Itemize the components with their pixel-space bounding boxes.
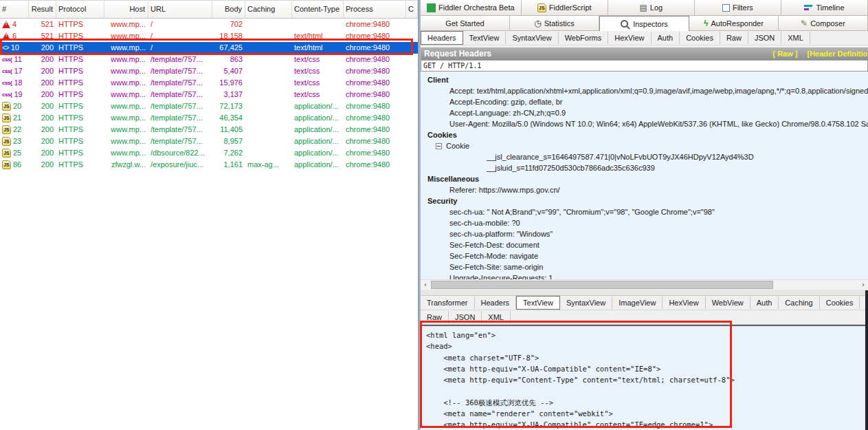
session-cell-caching [245, 124, 292, 136]
column-header-host[interactable]: Host [104, 1, 148, 18]
session-number: 18 [14, 77, 22, 89]
session-row[interactable]: 11200HTTPSwww.mp.../template/757...863te… [0, 54, 418, 65]
tab-hexview[interactable]: HexView [608, 32, 651, 44]
tab-textview[interactable]: TextView [516, 296, 560, 310]
scroll-right-arrow-icon[interactable]: › [858, 280, 868, 290]
tab-composer[interactable]: Composer [779, 16, 868, 30]
tab-auth[interactable]: Auth [750, 297, 779, 309]
session-row[interactable]: 17200HTTPSwww.mp.../template/757...5,407… [0, 65, 418, 77]
tab-syntaxview[interactable]: SyntaxView [560, 297, 612, 309]
tab-cookies[interactable]: Cookies [820, 297, 860, 309]
tab-webview[interactable]: WebView [706, 297, 750, 309]
session-row[interactable]: 10200HTTPSwww.mp.../67,425text/htmlchrom… [0, 42, 418, 54]
column-header-content-type[interactable]: Content-Type [292, 1, 344, 18]
session-row[interactable]: 25200HTTPSwww.mp.../dbsource/822...7,262… [0, 147, 418, 159]
headers-horizontal-scrollbar[interactable]: ‹ › [421, 279, 868, 290]
fiddlerscript-icon [537, 3, 546, 12]
session-row[interactable]: 4521HTTPSwww.mp.../702chrome:9480 [0, 19, 418, 30]
session-cell-process: chrome:9480 [344, 159, 406, 171]
header-text: Miscellaneous [427, 175, 479, 183]
tab-headers[interactable]: Headers [421, 31, 463, 45]
tab-hexview[interactable]: HexView [663, 297, 705, 309]
tab-label: Composer [810, 19, 845, 28]
column-header-body[interactable]: Body [212, 1, 245, 18]
tab-filters[interactable]: Filters [695, 0, 781, 15]
column-header-protocol[interactable]: Protocol [56, 1, 104, 18]
tab-timeline[interactable]: Timeline [781, 0, 868, 15]
tab-raw[interactable]: Raw [720, 32, 748, 44]
session-cell-caching [245, 30, 292, 42]
header-text: sec-ch-ua-mobile: ?0 [449, 219, 520, 227]
session-row[interactable]: 22200HTTPSwww.mp.../template/757...11,40… [0, 124, 418, 136]
tab-webforms[interactable]: WebForms [559, 32, 609, 44]
column-header-[interactable]: # [0, 1, 29, 18]
header-item-line: Accept-Language: zh-CN,zh;q=0.9 [421, 107, 868, 118]
tab-imageview[interactable]: ImageView [612, 297, 663, 309]
session-cell-caching [245, 42, 292, 54]
session-cell-process: chrome:9480 [344, 19, 406, 30]
tab-syntaxview[interactable]: SyntaxView [506, 32, 558, 44]
header-text: Referer: https://www.mps.gov.cn/ [449, 186, 560, 194]
scrollbar-thumb[interactable] [431, 281, 773, 289]
tab-auth[interactable]: Auth [652, 32, 680, 44]
header-text: __jsl_clearance_s=1646497587.471|0|vNoLF… [487, 153, 754, 161]
session-number: 19 [14, 89, 22, 100]
tab-label: JSON [755, 34, 775, 42]
session-row[interactable]: 6521HTTPSwww.mp.../18,158text/htmlchrome… [0, 30, 418, 42]
session-row[interactable]: 86200HTTPSzfwzgl.w.../exposure/jiuc...1,… [0, 159, 418, 171]
header-value-line: __jsluid_s=11fd07250d530cb7866adc35c636c… [421, 162, 868, 173]
tab-xml[interactable]: XML [781, 32, 810, 44]
column-header-c[interactable]: C [406, 1, 418, 18]
session-cell-num: 25 [0, 147, 29, 159]
response-code-line: <meta charset="UTF-8"> [426, 352, 868, 363]
tab-json[interactable]: JSON [748, 32, 781, 44]
session-number: 17 [14, 65, 22, 77]
session-row[interactable]: 19200HTTPSwww.mp.../template/757...3,137… [0, 89, 418, 100]
header-item-line: sec-ch-ua: " Not A;Brand";v="99", "Chrom… [421, 206, 868, 217]
collapse-box-icon[interactable] [436, 143, 442, 149]
session-row[interactable]: 18200HTTPSwww.mp.../template/757...15,97… [0, 77, 418, 89]
session-cell-comments [406, 19, 418, 30]
session-cell-caching [245, 77, 292, 89]
tab-log[interactable]: Log [608, 0, 695, 15]
session-row[interactable]: 23200HTTPSwww.mp.../template/757...8,957… [0, 136, 418, 147]
tab-fiddler-orchestra-beta[interactable]: Fiddler Orchestra Beta [421, 0, 522, 15]
session-cell-comments [406, 30, 418, 42]
column-header-process[interactable]: Process [344, 1, 406, 18]
header-node-line[interactable]: Cookie [421, 140, 868, 151]
session-cell-content_type: text/css [292, 89, 344, 100]
request-line[interactable]: GET / HTTP/1.1 [421, 60, 868, 72]
tab-autoresponder[interactable]: AutoResponder [689, 16, 779, 30]
session-cell-content_type: application/... [292, 112, 344, 124]
tab-statistics[interactable]: Statistics [510, 16, 599, 30]
tab-fiddlerscript[interactable]: FiddlerScript [522, 0, 608, 15]
tab-caching[interactable]: Caching [779, 297, 819, 309]
column-header-caching[interactable]: Caching [245, 1, 292, 18]
header-text: Accept-Encoding: gzip, deflate, br [449, 98, 562, 106]
tab-label: Timeline [816, 3, 844, 12]
tab-headers[interactable]: Headers [475, 297, 517, 309]
error-file-icon [2, 32, 10, 40]
tab-textview[interactable]: TextView [463, 32, 507, 44]
tab-transformer[interactable]: Transformer [421, 297, 475, 309]
header-definitions-link[interactable]: [Header Definitions] [807, 50, 868, 58]
session-row[interactable]: 20200HTTPSwww.mp.../template/757...72,17… [0, 100, 418, 112]
session-cell-content_type: text/html [292, 30, 344, 42]
log-icon [639, 3, 647, 12]
session-cell-protocol: HTTPS [56, 77, 104, 89]
scrollbar-track[interactable] [430, 280, 858, 290]
tab-label: Cookies [826, 299, 854, 307]
column-header-url[interactable]: URL [148, 1, 212, 18]
tab-raw[interactable]: Raw [421, 311, 449, 323]
raw-link[interactable]: [ Raw ] [772, 50, 797, 58]
tab-xml[interactable]: XML [482, 311, 511, 323]
tab-inspectors[interactable]: Inspectors [599, 16, 689, 31]
tab-get-started[interactable]: Get Started [421, 16, 510, 30]
tab-json[interactable]: JSON [449, 311, 482, 323]
column-header-result[interactable]: Result [29, 1, 56, 18]
tab-cookies[interactable]: Cookies [680, 32, 720, 44]
scroll-left-arrow-icon[interactable]: ‹ [421, 280, 430, 290]
inspector-splitter[interactable] [421, 290, 868, 296]
session-row[interactable]: 21200HTTPSwww.mp.../template/757...46,35… [0, 112, 418, 124]
response-textview[interactable]: <html lang="en"><head> <meta charset="UT… [421, 325, 868, 430]
